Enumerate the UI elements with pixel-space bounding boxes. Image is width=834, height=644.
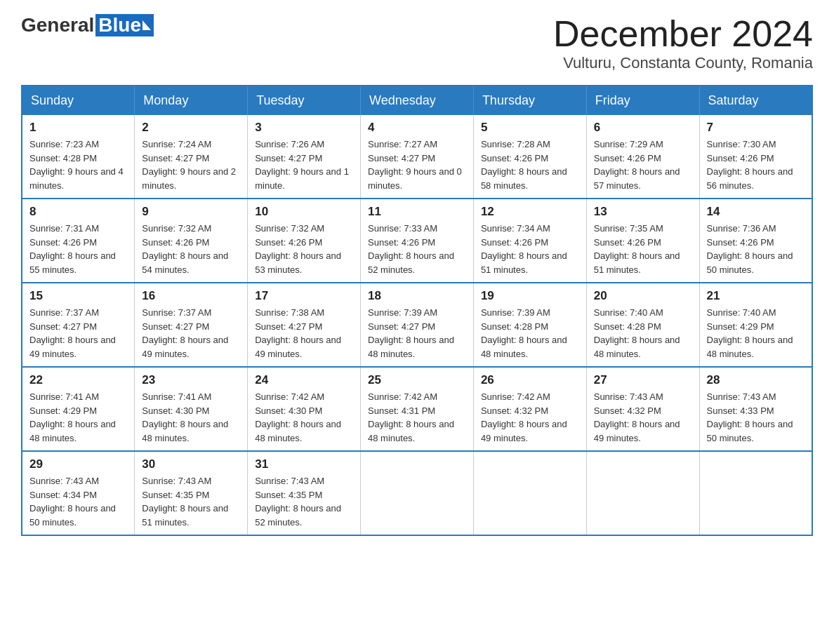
calendar-cell: 10Sunrise: 7:32 AMSunset: 4:26 PMDayligh… [248,199,361,283]
calendar-cell: 19Sunrise: 7:39 AMSunset: 4:28 PMDayligh… [473,283,586,367]
day-number: 27 [594,373,692,387]
day-number: 19 [481,289,579,303]
day-number: 10 [255,205,353,219]
calendar-cell: 25Sunrise: 7:42 AMSunset: 4:31 PMDayligh… [361,367,474,451]
day-info: Sunrise: 7:32 AMSunset: 4:26 PMDaylight:… [142,222,240,276]
calendar-cell: 2Sunrise: 7:24 AMSunset: 4:27 PMDaylight… [135,115,248,199]
calendar-cell: 23Sunrise: 7:41 AMSunset: 4:30 PMDayligh… [135,367,248,451]
calendar-table: SundayMondayTuesdayWednesdayThursdayFrid… [21,85,813,536]
day-info: Sunrise: 7:27 AMSunset: 4:27 PMDaylight:… [368,137,466,192]
calendar-cell: 12Sunrise: 7:34 AMSunset: 4:26 PMDayligh… [473,199,586,283]
day-info: Sunrise: 7:31 AMSunset: 4:26 PMDaylight:… [29,222,127,276]
calendar-cell: 30Sunrise: 7:43 AMSunset: 4:35 PMDayligh… [135,451,248,535]
day-number: 18 [368,289,466,303]
day-number: 23 [142,373,240,387]
day-number: 5 [481,121,579,135]
day-info: Sunrise: 7:43 AMSunset: 4:32 PMDaylight:… [594,390,692,445]
column-header-saturday: Saturday [699,86,812,115]
column-header-sunday: Sunday [22,86,135,115]
calendar-cell: 20Sunrise: 7:40 AMSunset: 4:28 PMDayligh… [586,283,699,367]
day-number: 25 [368,373,466,387]
day-info: Sunrise: 7:28 AMSunset: 4:26 PMDaylight:… [481,137,579,192]
day-info: Sunrise: 7:39 AMSunset: 4:28 PMDaylight:… [481,306,579,361]
day-info: Sunrise: 7:42 AMSunset: 4:30 PMDaylight:… [255,390,353,445]
day-info: Sunrise: 7:42 AMSunset: 4:31 PMDaylight:… [368,390,466,445]
day-number: 24 [255,373,353,387]
calendar-week-3: 15Sunrise: 7:37 AMSunset: 4:27 PMDayligh… [22,283,812,367]
logo: General Blue [21,14,154,36]
day-info: Sunrise: 7:35 AMSunset: 4:26 PMDaylight:… [594,222,692,276]
day-number: 1 [29,121,127,135]
day-info: Sunrise: 7:42 AMSunset: 4:32 PMDaylight:… [481,390,579,445]
logo-blue-box: Blue [95,14,154,36]
day-number: 6 [594,121,692,135]
calendar-cell: 17Sunrise: 7:38 AMSunset: 4:27 PMDayligh… [248,283,361,367]
calendar-cell: 31Sunrise: 7:43 AMSunset: 4:35 PMDayligh… [248,451,361,535]
day-number: 31 [255,457,353,471]
day-number: 22 [29,373,127,387]
calendar-cell: 9Sunrise: 7:32 AMSunset: 4:26 PMDaylight… [135,199,248,283]
calendar-cell: 28Sunrise: 7:43 AMSunset: 4:33 PMDayligh… [699,367,812,451]
title-area: December 2024 Vulturu, Constanta County,… [553,14,813,72]
calendar-cell: 22Sunrise: 7:41 AMSunset: 4:29 PMDayligh… [22,367,135,451]
day-info: Sunrise: 7:43 AMSunset: 4:35 PMDaylight:… [142,474,240,529]
day-info: Sunrise: 7:32 AMSunset: 4:26 PMDaylight:… [255,222,353,276]
calendar-week-2: 8Sunrise: 7:31 AMSunset: 4:26 PMDaylight… [22,199,812,283]
day-number: 9 [142,205,240,219]
logo-triangle-icon [143,20,151,30]
calendar-cell: 11Sunrise: 7:33 AMSunset: 4:26 PMDayligh… [361,199,474,283]
day-number: 13 [594,205,692,219]
day-info: Sunrise: 7:43 AMSunset: 4:33 PMDaylight:… [707,390,805,445]
calendar-cell [361,451,474,535]
logo-general-text: General [21,14,94,36]
day-number: 7 [707,121,805,135]
day-number: 26 [481,373,579,387]
day-info: Sunrise: 7:41 AMSunset: 4:30 PMDaylight:… [142,390,240,445]
calendar-cell: 15Sunrise: 7:37 AMSunset: 4:27 PMDayligh… [22,283,135,367]
column-header-tuesday: Tuesday [248,86,361,115]
day-info: Sunrise: 7:39 AMSunset: 4:27 PMDaylight:… [368,306,466,361]
day-info: Sunrise: 7:24 AMSunset: 4:27 PMDaylight:… [142,137,240,192]
day-number: 12 [481,205,579,219]
calendar-cell: 8Sunrise: 7:31 AMSunset: 4:26 PMDaylight… [22,199,135,283]
calendar-week-4: 22Sunrise: 7:41 AMSunset: 4:29 PMDayligh… [22,367,812,451]
day-info: Sunrise: 7:23 AMSunset: 4:28 PMDaylight:… [29,137,127,192]
day-info: Sunrise: 7:40 AMSunset: 4:29 PMDaylight:… [707,306,805,361]
calendar-cell: 3Sunrise: 7:26 AMSunset: 4:27 PMDaylight… [248,115,361,199]
column-header-wednesday: Wednesday [361,86,474,115]
calendar-cell [586,451,699,535]
calendar-week-1: 1Sunrise: 7:23 AMSunset: 4:28 PMDaylight… [22,115,812,199]
calendar-cell: 6Sunrise: 7:29 AMSunset: 4:26 PMDaylight… [586,115,699,199]
day-number: 28 [707,373,805,387]
day-info: Sunrise: 7:34 AMSunset: 4:26 PMDaylight:… [481,222,579,276]
day-number: 3 [255,121,353,135]
day-info: Sunrise: 7:37 AMSunset: 4:27 PMDaylight:… [142,306,240,361]
column-header-thursday: Thursday [473,86,586,115]
calendar-cell [699,451,812,535]
calendar-cell: 13Sunrise: 7:35 AMSunset: 4:26 PMDayligh… [586,199,699,283]
day-info: Sunrise: 7:33 AMSunset: 4:26 PMDaylight:… [368,222,466,276]
day-info: Sunrise: 7:43 AMSunset: 4:35 PMDaylight:… [255,474,353,529]
calendar-cell: 1Sunrise: 7:23 AMSunset: 4:28 PMDaylight… [22,115,135,199]
day-info: Sunrise: 7:37 AMSunset: 4:27 PMDaylight:… [29,306,127,361]
day-number: 29 [29,457,127,471]
calendar-cell [473,451,586,535]
calendar-cell: 5Sunrise: 7:28 AMSunset: 4:26 PMDaylight… [473,115,586,199]
location-subtitle: Vulturu, Constanta County, Romania [553,54,813,72]
day-number: 15 [29,289,127,303]
calendar-cell: 27Sunrise: 7:43 AMSunset: 4:32 PMDayligh… [586,367,699,451]
day-number: 30 [142,457,240,471]
day-info: Sunrise: 7:29 AMSunset: 4:26 PMDaylight:… [594,137,692,192]
day-number: 21 [707,289,805,303]
day-info: Sunrise: 7:40 AMSunset: 4:28 PMDaylight:… [594,306,692,361]
day-info: Sunrise: 7:30 AMSunset: 4:26 PMDaylight:… [707,137,805,192]
day-info: Sunrise: 7:41 AMSunset: 4:29 PMDaylight:… [29,390,127,445]
column-header-monday: Monday [135,86,248,115]
day-number: 16 [142,289,240,303]
logo-blue-word: Blue [98,14,141,36]
column-header-friday: Friday [586,86,699,115]
calendar-header-row: SundayMondayTuesdayWednesdayThursdayFrid… [22,86,812,115]
day-number: 17 [255,289,353,303]
calendar-cell: 7Sunrise: 7:30 AMSunset: 4:26 PMDaylight… [699,115,812,199]
calendar-cell: 24Sunrise: 7:42 AMSunset: 4:30 PMDayligh… [248,367,361,451]
